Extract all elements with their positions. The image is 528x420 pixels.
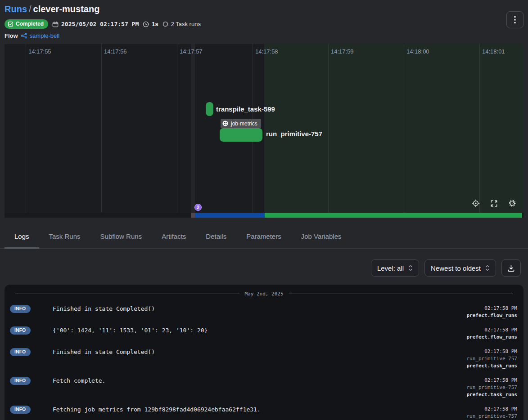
level-filter-select[interactable]: Level: all bbox=[371, 259, 419, 277]
duration-value: 1s bbox=[152, 21, 158, 27]
tab-logs[interactable]: Logs bbox=[5, 226, 39, 249]
timeline-tick: 14:18:00 bbox=[406, 48, 429, 55]
log-logger: prefect.task_runs bbox=[466, 362, 517, 370]
log-entry: INFO {'00': 1424, '11': 1533, '01': 23, … bbox=[5, 326, 523, 341]
log-meta: 02:17:58 PM prefect.flow_runs bbox=[466, 305, 517, 319]
calendar-icon bbox=[52, 21, 59, 27]
run-start-time: 2025/05/02 02:17:57 PM bbox=[61, 21, 139, 27]
chevron-up-down-icon bbox=[485, 265, 490, 271]
log-level-badge: INFO bbox=[10, 326, 31, 335]
timeline-tick: 14:17:59 bbox=[331, 48, 354, 55]
timeline-gridline bbox=[328, 44, 329, 213]
log-level-badge: INFO bbox=[10, 406, 31, 414]
task-label-transpile[interactable]: transpile_task-599 bbox=[216, 105, 275, 113]
flow-link[interactable]: sample-bell bbox=[21, 32, 59, 39]
flow-graph-icon bbox=[21, 33, 27, 39]
download-logs-button[interactable] bbox=[501, 259, 521, 277]
log-time: 02:17:58 PM bbox=[466, 348, 517, 355]
artifact-meter-icon bbox=[222, 120, 229, 127]
log-entry: INFO Finished in state Completed() 02:17… bbox=[5, 305, 523, 319]
task-bar-transpile[interactable] bbox=[206, 102, 213, 116]
scrollbar-segment-flow-run[interactable] bbox=[265, 213, 522, 218]
timeline-tick: 14:17:58 bbox=[255, 48, 278, 55]
fullscreen-expand-icon[interactable] bbox=[490, 200, 498, 207]
task-label-run-primitive[interactable]: run_primitive-757 bbox=[266, 130, 322, 138]
log-entry: INFO Fetching job metrics from 129bf8298… bbox=[5, 406, 523, 420]
timeline-tick: 14:17:56 bbox=[104, 48, 127, 55]
tab-job-variables[interactable]: Job Variables bbox=[291, 226, 352, 249]
scrollbar-segment-selected-run[interactable] bbox=[195, 213, 265, 218]
run-datetime: 2025/05/02 02:17:57 PM bbox=[52, 21, 139, 27]
tab-parameters[interactable]: Parameters bbox=[236, 226, 291, 249]
log-filters: Level: all Newest to oldest bbox=[371, 259, 521, 277]
page-title: clever-mustang bbox=[33, 4, 100, 14]
timeline-controls bbox=[472, 199, 516, 207]
log-message: Fetching job metrics from 129bf8298fad4d… bbox=[53, 406, 466, 413]
flow-name: sample-bell bbox=[30, 32, 59, 39]
log-entry: INFO Finished in state Completed() 02:17… bbox=[5, 348, 523, 370]
breadcrumb-separator: / bbox=[27, 4, 33, 14]
log-message: Fetch complete. bbox=[53, 377, 466, 384]
sort-order-value: Newest to oldest bbox=[431, 264, 481, 272]
tab-subflow-runs[interactable]: Subflow Runs bbox=[90, 226, 152, 249]
run-meta-row: Completed 2025/05/02 02:17:57 PM 1s bbox=[5, 19, 521, 29]
log-message: Finished in state Completed() bbox=[53, 305, 466, 313]
tab-task-runs[interactable]: Task Runs bbox=[39, 226, 90, 249]
run-duration: 1s bbox=[143, 21, 158, 27]
task-run-count: 2 Task runs bbox=[162, 21, 201, 27]
logs-panel: May 2nd, 2025 INFO Finished in state Com… bbox=[5, 285, 523, 420]
timeline-gridline bbox=[101, 44, 102, 213]
log-meta: 02:17:58 PM run_primitive-757 bbox=[466, 406, 517, 420]
page-header: Runs/clever-mustang Completed 2025/05/02… bbox=[0, 0, 528, 39]
run-timeline-chart[interactable]: 14:17:55 14:17:56 14:17:57 14:17:58 14:1… bbox=[5, 44, 523, 218]
event-count-badge[interactable]: 2 bbox=[194, 204, 202, 211]
download-icon bbox=[507, 264, 515, 272]
log-time: 02:17:58 PM bbox=[466, 406, 517, 413]
task-bar-run-primitive[interactable] bbox=[220, 128, 262, 142]
log-task[interactable]: run_primitive-757 bbox=[466, 384, 517, 391]
timeline-gridline bbox=[26, 44, 26, 213]
job-metrics-chip-label: job-metrics bbox=[231, 121, 257, 127]
level-filter-value: Level: all bbox=[377, 264, 404, 272]
flow-row: Flow sample-bell bbox=[5, 32, 521, 39]
log-time: 02:17:58 PM bbox=[466, 305, 517, 312]
log-time: 02:17:58 PM bbox=[466, 326, 517, 334]
settings-gear-icon[interactable] bbox=[508, 199, 516, 207]
log-task[interactable]: run_primitive-757 bbox=[466, 355, 517, 362]
log-meta: 02:17:58 PM prefect.flow_runs bbox=[466, 326, 517, 341]
log-message: Finished in state Completed() bbox=[53, 348, 466, 356]
log-entry: INFO Fetch complete. 02:17:58 PM run_pri… bbox=[5, 377, 523, 398]
recenter-target-icon[interactable] bbox=[472, 199, 480, 207]
log-entries: INFO Finished in state Completed() 02:17… bbox=[5, 305, 523, 420]
tab-details[interactable]: Details bbox=[196, 226, 236, 249]
log-level-badge: INFO bbox=[10, 377, 31, 385]
tab-artifacts[interactable]: Artifacts bbox=[152, 226, 196, 249]
sort-order-select[interactable]: Newest to oldest bbox=[424, 259, 496, 277]
timeline-gridline bbox=[404, 44, 404, 213]
timeline-minimap-scrollbar[interactable] bbox=[5, 213, 523, 218]
kebab-menu-icon bbox=[514, 16, 516, 24]
task-runs-circle-icon bbox=[162, 21, 168, 27]
timeline-gridline bbox=[479, 44, 480, 213]
log-logger: prefect.flow_runs bbox=[466, 334, 517, 341]
timeline-tick: 14:17:57 bbox=[180, 48, 203, 55]
log-message: {'00': 1424, '11': 1533, '01': 23, '10':… bbox=[53, 326, 466, 334]
scrollbar-segment-gray bbox=[191, 213, 195, 218]
log-level-badge: INFO bbox=[10, 348, 31, 356]
job-metrics-chip[interactable]: job-metrics bbox=[221, 119, 261, 128]
log-level-badge: INFO bbox=[10, 305, 31, 313]
timeline-tick: 14:17:55 bbox=[28, 48, 51, 55]
more-actions-button[interactable] bbox=[506, 11, 523, 28]
log-meta: 02:17:58 PM run_primitive-757 prefect.ta… bbox=[466, 348, 517, 370]
log-meta: 02:17:58 PM run_primitive-757 prefect.ta… bbox=[466, 377, 517, 398]
status-label: Completed bbox=[16, 19, 44, 29]
check-square-icon bbox=[8, 21, 14, 27]
flow-label: Flow bbox=[5, 32, 18, 39]
timeline-start-marker-band bbox=[191, 44, 195, 213]
log-logger: prefect.task_runs bbox=[466, 391, 517, 398]
clock-icon bbox=[143, 21, 149, 27]
status-badge: Completed bbox=[5, 19, 48, 29]
breadcrumb-runs-link[interactable]: Runs bbox=[5, 4, 27, 14]
detail-tabs: Logs Task Runs Subflow Runs Artifacts De… bbox=[0, 226, 528, 249]
log-task[interactable]: run_primitive-757 bbox=[466, 413, 517, 420]
